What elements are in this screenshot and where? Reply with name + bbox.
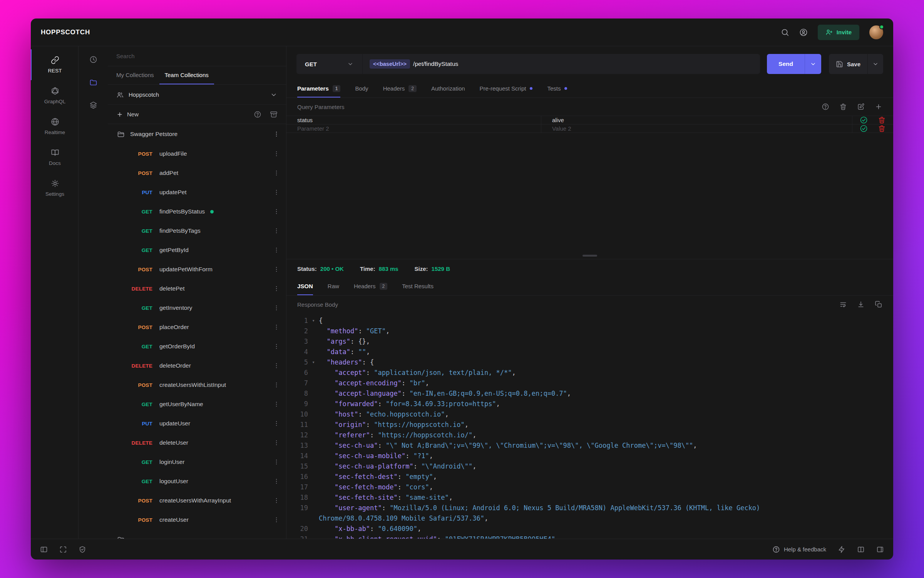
param-toggle-icon[interactable] [860,124,868,133]
more-options-icon[interactable] [273,304,280,311]
param-value-input[interactable] [552,125,841,132]
collection-request[interactable]: GETfindPetsByTags [108,221,286,240]
tab-headers[interactable]: Headers2 [354,278,387,295]
method-select[interactable]: GET [296,54,363,74]
collection-request[interactable]: GETgetUserByName [108,395,286,414]
more-options-icon[interactable] [273,131,280,138]
param-toggle-icon[interactable] [860,116,868,124]
tab-authorization[interactable]: Authorization [431,80,465,97]
url-input[interactable]: <<baseUrl>> /pet/findByStatus [363,54,760,74]
save-button[interactable]: Save [829,54,867,74]
more-options-icon[interactable] [273,227,280,234]
param-key-input[interactable] [297,117,530,123]
nav-item-docs[interactable]: Docs [31,142,78,173]
invite-button[interactable]: Invite [818,25,859,40]
tab-headers[interactable]: Headers2 [383,80,417,97]
param-delete-icon[interactable] [878,124,886,133]
new-collection-button[interactable]: New [116,111,139,118]
more-options-icon[interactable] [273,324,280,331]
tab-raw[interactable]: Raw [328,278,339,295]
team-selector[interactable]: Hoppscotch [108,85,286,105]
more-options-icon[interactable] [273,478,280,485]
more-options-icon[interactable] [273,208,280,215]
more-options-icon[interactable] [273,362,280,369]
collection-request[interactable]: POSTcreateUsersWithListInput [108,375,286,395]
history-icon[interactable] [89,55,97,64]
more-options-icon[interactable] [273,343,280,350]
account-icon[interactable] [799,28,808,37]
collection-request[interactable]: DELETEdeleteUser [108,433,286,452]
param-delete-icon[interactable] [878,116,886,124]
collection-request[interactable]: POSTcreateUser [108,510,286,529]
tab-json[interactable]: JSON [297,278,313,295]
expand-icon[interactable] [59,546,67,553]
more-options-icon[interactable] [273,247,280,254]
app-logo[interactable]: HOPPSCOTCH [41,29,90,36]
collection-request[interactable]: GETfindPetsByStatus [108,202,286,221]
more-options-icon[interactable] [273,189,280,196]
response-body[interactable]: 1▾{2 "method": "GET",3 "args": {},4 "dat… [286,313,893,539]
collection-request[interactable]: POSTplaceOrder [108,318,286,337]
toggle-sidebar-icon[interactable] [40,546,48,553]
param-value-input[interactable] [552,117,841,123]
collection-folder[interactable]: Swagger Petstore [108,124,286,144]
more-options-icon[interactable] [273,266,280,273]
shield-check-icon[interactable] [79,546,86,553]
toggle-right-panel-icon[interactable] [876,546,884,553]
send-button[interactable]: Send [767,54,805,74]
help-circle-icon[interactable] [254,111,261,118]
collection-request[interactable]: GETgetInventory [108,298,286,318]
tab-tests[interactable]: Tests [547,80,567,97]
fold-arrow-icon[interactable]: ▾ [308,357,319,368]
more-options-icon[interactable] [273,285,280,292]
collection-request[interactable]: DELETEdeletePet [108,279,286,298]
wrap-lines-icon[interactable] [839,301,847,308]
more-options-icon[interactable] [273,170,280,176]
more-options-icon[interactable] [273,497,280,504]
add-param-plus-icon[interactable] [875,103,882,111]
clear-all-trash-icon[interactable] [839,103,847,111]
more-options-icon[interactable] [273,459,280,465]
copy-icon[interactable] [875,301,882,308]
collection-request[interactable]: POSTupdatePetWithForm [108,260,286,279]
tab-test-results[interactable]: Test Results [402,278,434,295]
collections-search-input[interactable] [116,53,278,59]
more-options-icon[interactable] [273,439,280,446]
tab-team-collections[interactable]: Team Collections [159,66,214,84]
nav-item-rest[interactable]: REST [31,49,78,80]
help-feedback-button[interactable]: Help & feedback [772,546,826,553]
collection-request[interactable]: PUTupdateUser [108,414,286,433]
tab-pre-request-script[interactable]: Pre-request Script [480,80,533,97]
collection-request[interactable]: POSTcreateUsersWithArrayInput [108,491,286,510]
pane-resize-handle[interactable] [583,255,597,257]
archive-icon[interactable] [270,111,278,118]
nav-item-settings[interactable]: Settings [31,173,78,203]
tab-parameters[interactable]: Parameters1 [297,80,340,97]
column-layout-icon[interactable] [857,546,865,553]
help-circle-icon[interactable] [822,103,829,111]
tab-body[interactable]: Body [355,80,368,97]
more-options-icon[interactable] [273,516,280,523]
nav-item-graphql[interactable]: GraphQL [31,80,78,111]
collection-request[interactable]: POSTuploadFile [108,144,286,163]
shortcuts-zap-icon[interactable] [838,546,845,553]
collection-request[interactable]: GETloginUser [108,452,286,472]
more-options-icon[interactable] [273,381,280,388]
param-key-input[interactable] [297,125,530,132]
more-options-icon[interactable] [273,420,280,427]
collection-folder-partial[interactable] [108,529,286,539]
download-icon[interactable] [857,301,865,308]
more-options-icon[interactable] [273,401,280,408]
collection-request[interactable]: POSTaddPet [108,163,286,183]
more-options-icon[interactable] [273,150,280,157]
collections-folder-icon[interactable] [89,78,97,86]
send-options-chevron[interactable] [805,54,821,74]
collection-request[interactable]: GETgetPetById [108,240,286,260]
fold-arrow-icon[interactable]: ▾ [308,316,319,326]
collection-list[interactable]: Swagger Petstore POSTuploadFilePOSTaddPe… [108,124,286,539]
nav-item-realtime[interactable]: Realtime [31,111,78,142]
environments-layers-icon[interactable] [89,101,97,109]
edit-bulk-icon[interactable] [857,103,865,111]
collection-request[interactable]: PUTupdatePet [108,183,286,202]
collection-request[interactable]: DELETEdeleteOrder [108,356,286,375]
